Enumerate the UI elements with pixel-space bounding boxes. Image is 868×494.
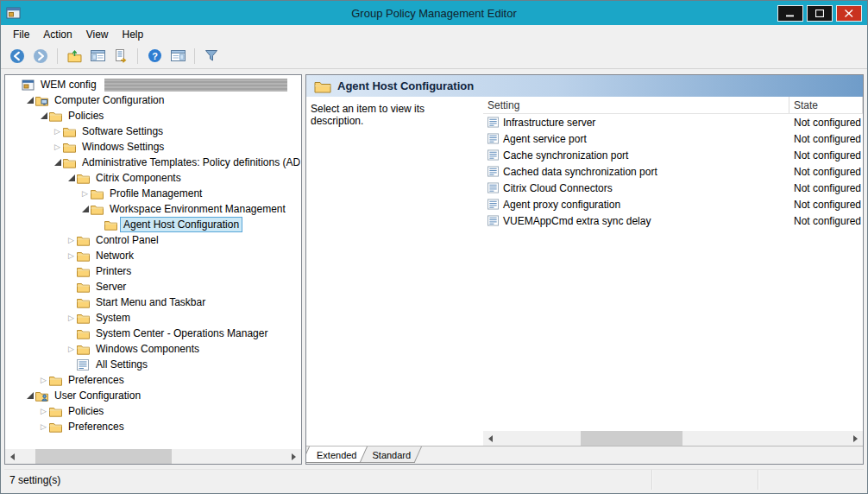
expand-arrow-icon[interactable]: ▷ — [38, 408, 49, 415]
maximize-icon — [815, 10, 824, 17]
tree-item-workspace-environment-management[interactable]: Workspace Environment Management — [5, 201, 300, 217]
help-icon[interactable]: ? — [145, 47, 164, 66]
tree-item-label: Windows Components — [92, 341, 203, 357]
tree-item-agent-host-configuration[interactable]: Agent Host Configuration — [5, 217, 300, 232]
expand-arrow-icon[interactable]: ▷ — [66, 252, 77, 260]
tree-item-label: Administrative Templates: Policy definit… — [79, 155, 300, 170]
collapse-arrow-icon[interactable] — [79, 206, 91, 212]
title-bar[interactable]: Group Policy Management Editor — [1, 1, 867, 25]
menu-file[interactable]: File — [6, 27, 36, 42]
folder-icon — [49, 421, 65, 433]
column-state[interactable]: State — [789, 97, 863, 113]
scroll-left-button[interactable] — [5, 449, 20, 464]
app-icon[interactable] — [6, 5, 23, 21]
menu-view[interactable]: View — [79, 27, 116, 42]
export-list-icon[interactable] — [111, 47, 130, 66]
folder-icon — [314, 79, 331, 93]
collapse-arrow-icon[interactable] — [24, 97, 35, 104]
tree-item-all-settings[interactable]: All Settings — [5, 357, 300, 372]
tree-item-profile-management[interactable]: ▷Profile Management — [5, 186, 300, 201]
setting-row-cache-synchronization-port[interactable]: Cache synchronization portNot configured — [483, 147, 863, 163]
tree-item-system[interactable]: ▷System — [5, 310, 300, 326]
tree-item-network[interactable]: ▷Network — [5, 248, 300, 263]
setting-icon — [487, 166, 499, 177]
close-button[interactable] — [836, 5, 862, 22]
collapse-arrow-icon[interactable] — [52, 159, 63, 166]
tree-horizontal-scrollbar[interactable] — [5, 449, 301, 464]
tree-item-wem-config[interactable]: WEM config — [5, 77, 300, 92]
filter-icon[interactable] — [202, 47, 221, 66]
tab-extended[interactable]: Extended — [309, 446, 372, 464]
tab-standard[interactable]: Standard — [364, 446, 426, 464]
tree-item-label: Printers — [92, 263, 135, 279]
maximize-button[interactable] — [807, 5, 833, 22]
tree-item-user-configuration[interactable]: User Configuration — [5, 388, 300, 403]
setting-name: Citrix Cloud Connectors — [503, 182, 613, 194]
scrollbar-thumb[interactable] — [581, 431, 682, 446]
tree-item-citrix-components[interactable]: Citrix Components — [5, 170, 300, 186]
console-tree-icon[interactable] — [88, 47, 107, 66]
collapse-arrow-icon[interactable] — [38, 112, 49, 119]
scrollbar-track[interactable] — [20, 449, 286, 464]
setting-state: Not configured — [789, 133, 863, 145]
menu-action[interactable]: Action — [36, 27, 79, 42]
column-setting[interactable]: Setting — [483, 97, 789, 113]
tree-item-computer-configuration[interactable]: Computer Configuration — [5, 92, 300, 108]
results-title: Agent Host Configuration — [337, 79, 474, 92]
tab-label: Extended — [317, 450, 356, 460]
tree-item-label: Agent Host Configuration — [120, 217, 242, 232]
setting-row-agent-proxy-configuration[interactable]: Agent proxy configurationNot configured — [483, 196, 863, 212]
tree-item-label: Workspace Environment Management — [106, 201, 289, 217]
expand-arrow-icon[interactable]: ▷ — [38, 377, 49, 384]
up-level-icon[interactable] — [65, 47, 84, 66]
expand-arrow-icon[interactable]: ▷ — [66, 314, 77, 322]
toolbar: ? — [1, 43, 867, 69]
folder-icon — [77, 313, 92, 324]
tree-item-control-panel[interactable]: ▷Control Panel — [5, 232, 300, 248]
folder-icon — [91, 204, 106, 215]
scrollbar-track[interactable] — [498, 431, 848, 446]
list-horizontal-scrollbar[interactable] — [483, 431, 863, 446]
folder-icon — [77, 266, 92, 277]
menu-help[interactable]: Help — [116, 27, 151, 42]
setting-row-cached-data-synchronization-port[interactable]: Cached data synchronization portNot conf… — [483, 163, 863, 180]
expand-arrow-icon[interactable]: ▷ — [38, 423, 49, 431]
setting-name: Cached data synchronization port — [503, 166, 657, 178]
expand-arrow-icon[interactable]: ▷ — [52, 143, 63, 151]
setting-state: Not configured — [789, 166, 863, 178]
tree-item-windows-components[interactable]: ▷Windows Components — [5, 341, 300, 357]
status-panel — [758, 470, 864, 490]
tree-item-preferences[interactable]: ▷Preferences — [5, 372, 300, 388]
expand-arrow-icon[interactable]: ▷ — [79, 190, 91, 198]
setting-row-citrix-cloud-connectors[interactable]: Citrix Cloud ConnectorsNot configured — [483, 180, 863, 196]
expand-arrow-icon[interactable]: ▷ — [52, 128, 63, 136]
action-pane-icon[interactable] — [168, 47, 187, 66]
forward-icon[interactable] — [31, 47, 50, 66]
scroll-right-button[interactable] — [848, 431, 863, 446]
folder-icon — [63, 126, 79, 137]
expand-arrow-icon[interactable]: ▷ — [66, 237, 77, 244]
tree-item-administrative-templates-policy-definitions-ad[interactable]: Administrative Templates: Policy definit… — [5, 155, 300, 170]
back-icon[interactable] — [8, 47, 27, 66]
scrollbar-thumb[interactable] — [35, 449, 172, 464]
scroll-left-button[interactable] — [483, 431, 498, 446]
tree-item-policies[interactable]: Policies — [5, 108, 300, 124]
expand-arrow-icon[interactable]: ▷ — [66, 345, 77, 353]
setting-row-agent-service-port[interactable]: Agent service portNot configured — [483, 130, 863, 147]
tree-item-windows-settings[interactable]: ▷Windows Settings — [5, 139, 300, 155]
tree-item-start-menu-and-taskbar[interactable]: Start Menu and Taskbar — [5, 294, 300, 310]
minimize-button[interactable] — [777, 5, 803, 22]
tree-item-printers[interactable]: Printers — [5, 263, 300, 279]
collapse-arrow-icon[interactable] — [24, 392, 35, 399]
collapse-arrow-icon[interactable] — [66, 174, 77, 181]
setting-row-infrastructure-server[interactable]: Infrastructure serverNot configured — [483, 114, 863, 130]
tree-item-label: System — [92, 310, 134, 326]
tree-item-software-settings[interactable]: ▷Software Settings — [5, 124, 300, 139]
tree-item-system-center-operations-manager[interactable]: System Center - Operations Manager — [5, 326, 300, 341]
setting-row-vuemappcmd-extra-sync-delay[interactable]: VUEMAppCmd extra sync delayNot configure… — [483, 212, 863, 229]
tree-item-preferences[interactable]: ▷Preferences — [5, 419, 300, 434]
tree-item-server[interactable]: Server — [5, 279, 300, 294]
tree-item-policies[interactable]: ▷Policies — [5, 403, 300, 419]
scroll-right-button[interactable] — [286, 449, 301, 464]
close-icon — [845, 10, 853, 17]
